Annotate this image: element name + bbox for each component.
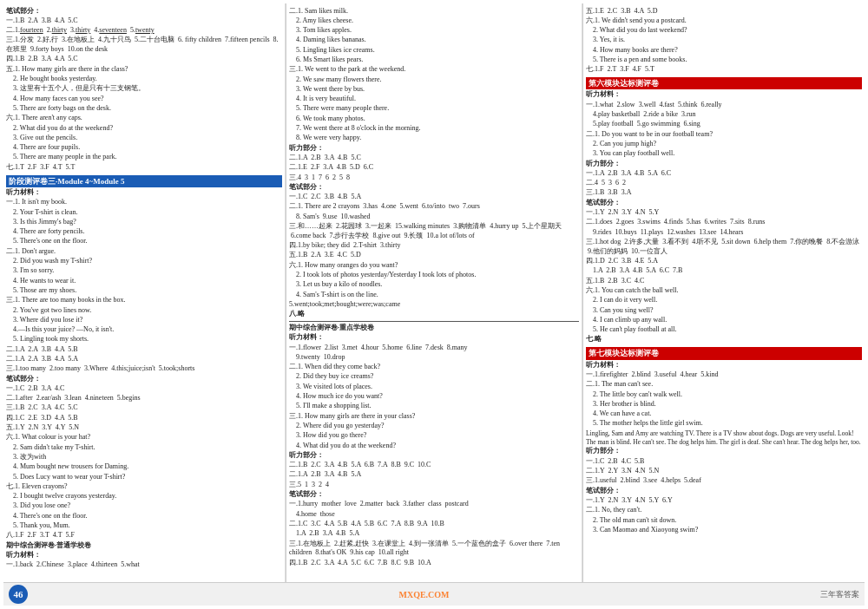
line-1-11: 2. What did you do at the weekend? bbox=[6, 124, 282, 134]
m7-bs-2b: 2. The old man can't sit down. bbox=[586, 516, 862, 526]
tl-1-2: 2. Your T-shirt is clean. bbox=[6, 208, 282, 218]
bs-7-3: 3. Did you lose one? bbox=[6, 501, 282, 511]
m7-bs-2c: 3. Can Maomao and Xiaoyong swim? bbox=[586, 526, 862, 535]
qz2-bs-3: 三.1.在地板上 2.赶紧,赶快 3.在课堂上 4.到一张清单 5.一个蓝色的盒… bbox=[289, 540, 579, 559]
m7-tl-2b: 2. The little boy can't walk well. bbox=[586, 390, 862, 400]
module6-header: 第六模块达标测评卷 bbox=[586, 77, 862, 89]
m7-bs-2: 二.1. No, they can't. bbox=[586, 506, 862, 515]
qz2-tl-3: 三.1. How many girls are there in your cl… bbox=[289, 412, 579, 422]
tl-2-1: 二.1. Don't argue. bbox=[6, 247, 282, 257]
m6-bs-2: 二.1.does 2.goes 3.swims 4.finds 5.has 6.… bbox=[586, 218, 862, 227]
line-1-14: 5. There are many people in the park. bbox=[6, 153, 282, 162]
c2-bs-2: 二.1. There are 2 crayons 3.has 4.one 5.w… bbox=[289, 202, 579, 212]
tl-3-1: 三.1. There are too many books in the box… bbox=[6, 296, 282, 305]
qz2-bs-2b: 1.A 2.B 3.A 4.B 5.A bbox=[289, 529, 579, 539]
c2-4: 4. Daming likes bananas. bbox=[289, 36, 579, 45]
line-1-12: 3. Give out the pencils. bbox=[6, 134, 282, 143]
m6-bs-6e: 5. He can't play football at all. bbox=[586, 325, 862, 335]
qz2-tlp-1: 二.1.B 2.C 3.A 4.B 5.A 6.B 7.A 8.B 9.C 10… bbox=[289, 461, 579, 470]
bs-6-4: 4. Mum bought new trousers for Daming. bbox=[6, 462, 282, 472]
tl-ans-1: 二.1.A 2.A 3.B 4.A 5.B bbox=[6, 345, 282, 355]
tl-2-3: 3. I'm so sorry. bbox=[6, 266, 282, 276]
c2-13: 7. We went there at 8 o'clock in the mor… bbox=[289, 124, 579, 134]
c2-bs-6b: 2. I took lots of photos yesterday/Yeste… bbox=[289, 271, 579, 280]
c2-bs-7: 5.went;took;met;bought;were;was;came bbox=[289, 300, 579, 310]
qz2-tl-2b: 2. Did they buy ice creams? bbox=[289, 372, 579, 382]
tl-2-4: 4. He wants to wear it. bbox=[6, 277, 282, 286]
qz-tl-1: 一.1.back 2.Chinese 3.place 4.thirteen 5.… bbox=[6, 560, 282, 570]
bs-1-4: 四.1.C 2.E 3.D 4.A 5.B bbox=[6, 414, 282, 423]
c2-12: 6. We took many photos. bbox=[289, 115, 579, 124]
m6-tl-1b: 4.play basketball 2.ride a bike 3.run bbox=[586, 110, 862, 120]
c2-tl-h: 听力部分： bbox=[289, 144, 579, 154]
c2-bs-4: 四.1.by bike; they did 2.T-shirt 3.thirty bbox=[289, 241, 579, 251]
module-header-1: 阶段测评卷三·Module 4~Module 5 bbox=[6, 175, 282, 187]
m6-bs-6c: 3. Can you sing well? bbox=[586, 306, 862, 316]
m7-tl-2: 二.1. The man can't see. bbox=[586, 380, 862, 390]
m7-tl-2e: 5. The mother helps the little girl swim… bbox=[586, 419, 862, 429]
m6-bsp-h: 笔试部分： bbox=[586, 199, 862, 208]
c2-tl-3: 三.4 3 1 7 6 2 5 8 bbox=[289, 174, 579, 183]
m7-tl-story: Lingling, Sam and Amy are watching TV. T… bbox=[586, 429, 862, 447]
bs-1-5: 五.1.Y 2.N 3.Y 4.Y 5.N bbox=[6, 423, 282, 433]
m7-tlp-1: 一.1.C 2.B 4.C 5.B bbox=[586, 457, 862, 467]
qz2-tlp-h: 听力部分： bbox=[289, 451, 579, 461]
bs-7-5: 5. Thank you, Mum. bbox=[6, 521, 282, 531]
m6-tl-1: 一.1.what 2.slow 3.well 4.fast 5.think 6.… bbox=[586, 101, 862, 110]
line-1-5: 五.1. How many girls are there in the cla… bbox=[6, 65, 282, 75]
brand-logo: 三年客答案 bbox=[820, 589, 859, 600]
m7-bsp-h: 笔试部分： bbox=[586, 487, 862, 496]
line-1-15: 七.1.T 2.F 3.F 4.T 5.T bbox=[6, 163, 282, 173]
c2-14: 8. We were very happy. bbox=[289, 134, 579, 143]
divider-mid bbox=[289, 321, 579, 322]
m7-tl-2c: 3. Her brother is blind. bbox=[586, 400, 862, 409]
bs-7-1: 七.1. Eleven crayons? bbox=[6, 482, 282, 492]
bs-7-4: 4. There's one on the floor. bbox=[6, 512, 282, 521]
bottom-bar: 46 MXQE.COM 三年客答案 bbox=[3, 582, 865, 606]
bs-1-1: 一.1.C 2.B 3.A 4.C bbox=[6, 384, 282, 394]
qz2-tl-2e: 5. I'll make a shopping list. bbox=[289, 402, 579, 411]
m6-bs-3: 三.1.hot dog 2.许多,大量 3.看不到 4.听不见 5.sit do… bbox=[586, 238, 862, 257]
qz2-bsp-h: 笔试部分： bbox=[289, 490, 579, 500]
c3-1: 五.1.E 2.C 3.B 4.A 5.D bbox=[586, 7, 862, 16]
qz2-tl-2d: 4. How much ice do you want? bbox=[289, 392, 579, 402]
m6-bs-6b: 2. I can do it very well. bbox=[586, 296, 862, 305]
c2-11: 5. There were many people there. bbox=[289, 104, 579, 114]
watermark-bottom: MXQE.COM bbox=[398, 590, 449, 599]
c2-bs-6c: 3. Let us buy a kilo of noodles. bbox=[289, 280, 579, 290]
bs-1-3: 三.1.B 2.C 3.A 4.C 5.C bbox=[6, 403, 282, 413]
tl-3-2: 2. You've got two lines now. bbox=[6, 306, 282, 316]
c2-1: 二.1. Sam likes milk. bbox=[289, 7, 579, 16]
c2-2: 2. Amy likes cheese. bbox=[289, 16, 579, 26]
bs-1-2: 二.1.after 2.ear/ash 3.lean 4.nineteen 5.… bbox=[6, 394, 282, 403]
c2-9: 3. We went there by bus. bbox=[289, 85, 579, 95]
m6-ba: 七.略 bbox=[586, 335, 862, 344]
c2-bs-6: 六.1. How many oranges do you want? bbox=[289, 261, 579, 271]
qz2-tl-3b: 2. Where did you go yesterday? bbox=[289, 422, 579, 431]
qz2-tl-h: 听力材料： bbox=[289, 333, 579, 343]
qz2-tl-2: 二.1. When did they come back? bbox=[289, 363, 579, 372]
tl-2-5: 5. Those are my shoes. bbox=[6, 286, 282, 296]
column-2: 二.1. Sam likes milk. 2. Amy likes cheese… bbox=[286, 3, 582, 582]
qz2-tl-3d: 4. What did you do at the weekend? bbox=[289, 442, 579, 451]
m6-tl-h: 听力材料： bbox=[586, 90, 862, 100]
c3-5: 4. How many books are there? bbox=[586, 46, 862, 56]
tl-ans-3: 三.1.too many 2.too many 3.Where 4.this;j… bbox=[6, 364, 282, 374]
c3-7: 七.1.F 2.T 3.F 4.F 5.T bbox=[586, 65, 862, 75]
m6-tlp-2: 二.4 5 3 6 2 bbox=[586, 179, 862, 188]
line-1-1: 一.1.B 2.A 3.B 4.A 5.C bbox=[6, 16, 282, 26]
qz2-tl-3c: 3. How did you go there? bbox=[289, 431, 579, 441]
qz2-tl-1: 一.1.flower 2.list 3.met 4.hour 5.home 6.… bbox=[289, 344, 579, 353]
qz2-bs-2: 二.1.C 3.C 4.A 5.B 4.A 5.B 6.C 7.A 8.B 9.… bbox=[289, 520, 579, 529]
m7-tl-1: 一.1.firefighter 2.blind 3.useful 4.hear … bbox=[586, 370, 862, 380]
m6-tlp-1: 一.1.A 2.B 3.A 4.B 5.A 6.C bbox=[586, 169, 862, 179]
qz2-bs-4: 四.1.B 2.C 3.A 4.A 5.C 6.C 7.B 8.C 9.B 10… bbox=[289, 559, 579, 568]
qz-header: 期中综合测评卷·普通学校卷 bbox=[6, 541, 282, 551]
line-1-3: 三.1.分发 2.好,行 3.在地板上 4.九十只鸟 5.二十台电脑 6. fi… bbox=[6, 36, 282, 55]
bishi-header-1: 笔试部分： bbox=[6, 7, 282, 16]
m7-bs-1: 一.1.Y 2.N 3.Y 4.N 5.Y 6.Y bbox=[586, 496, 862, 506]
line-1-4: 四.1.B 2.B 3.A 4.A 5.C bbox=[6, 55, 282, 64]
module7-header: 第七模块达标测评卷 bbox=[586, 347, 862, 359]
column-3: 五.1.E 2.C 3.B 4.A 5.D 六.1. We didn't sen… bbox=[583, 3, 865, 582]
page-container: 笔试部分： 一.1.B 2.A 3.B 4.A 5.C 二.1.fourteen… bbox=[0, 0, 868, 609]
